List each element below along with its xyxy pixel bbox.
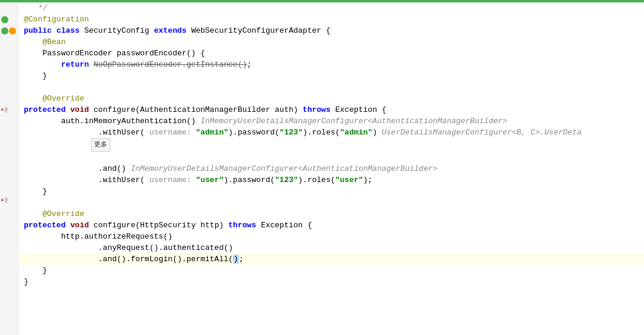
code-line: */ (19, 2, 644, 14)
code-line: auth.inMemoryAuthentication() InMemoryUs… (19, 115, 644, 127)
code-line (19, 82, 644, 93)
code-line-protected2: protected void configure(HttpSecurity ht… (19, 220, 644, 231)
code-line-withuser-admin: .withUser( username: "admin").password("… (19, 127, 644, 163)
code-line-protected1: protected void configure(AuthenticationM… (19, 104, 644, 115)
code-line: @Override (19, 208, 644, 220)
gutter-icons: ●@ ●@ (0, 2, 19, 262)
code-line: } (19, 186, 644, 197)
code-line: @Configuration (19, 14, 644, 25)
tooltip-box: 更多 (91, 138, 110, 152)
code-line-withuser-user: .withUser( username: "user").password("1… (19, 174, 644, 186)
code-line: } (19, 265, 644, 276)
code-area[interactable]: */ @Configuration public class SecurityC… (19, 2, 644, 335)
code-line: @Bean (19, 36, 644, 48)
code-line: http.authorizeRequests() (19, 231, 644, 242)
code-line: } (19, 70, 644, 82)
code-line: PasswordEncoder passwordEncoder() { (19, 48, 644, 59)
editor-container: ●@ ●@ (0, 0, 644, 335)
code-line (19, 197, 644, 208)
code-line-permit-all: .and().formLogin().permitAll(); (19, 253, 644, 265)
code-line: .anyRequest().authenticated() (19, 242, 644, 253)
code-lines: */ @Configuration public class SecurityC… (19, 2, 644, 287)
code-line: } (19, 276, 644, 287)
code-line: @Override (19, 93, 644, 104)
code-line: public class SecurityConfig extends WebS… (19, 25, 644, 36)
code-line: return NoOpPasswordEncoder.getInstance()… (19, 59, 644, 70)
code-line: .and() InMemoryUserDetailsManagerConfigu… (19, 163, 644, 174)
